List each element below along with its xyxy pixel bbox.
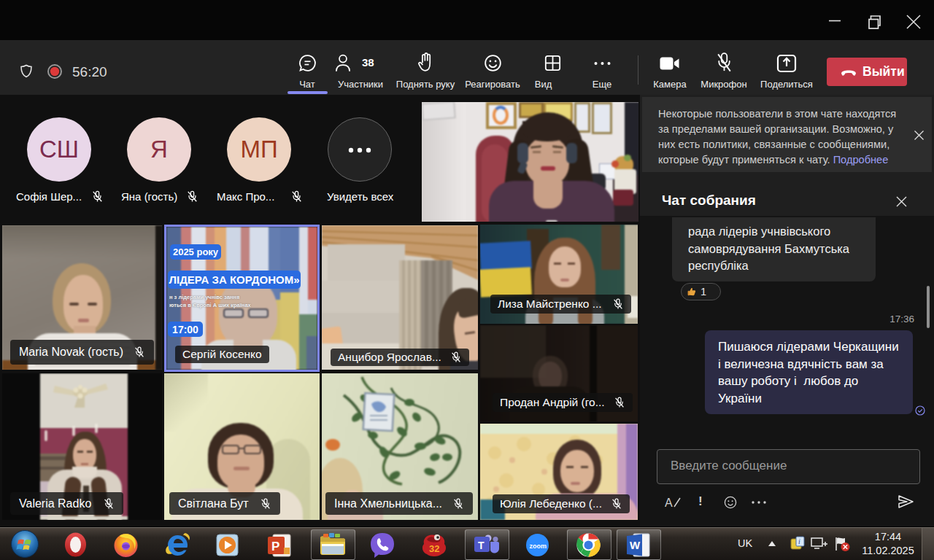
svg-text:A: A [665,497,673,509]
svg-text:W: W [630,539,641,551]
svg-text:32: 32 [429,543,439,554]
svg-text:zoom: zoom [530,542,547,550]
svg-text:T: T [478,540,485,551]
svg-text:P: P [271,540,279,553]
svg-text:i: i [798,537,800,545]
